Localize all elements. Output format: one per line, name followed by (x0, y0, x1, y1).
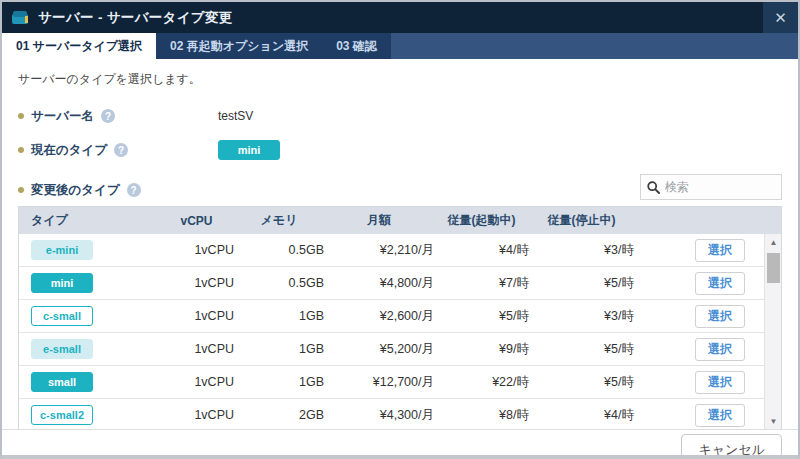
current-type-value: mini (218, 140, 280, 160)
header-monthly: 月額 (324, 212, 434, 229)
memory-cell: 0.5GB (234, 243, 324, 257)
cancel-button[interactable]: キャンセル (681, 434, 782, 459)
help-icon[interactable]: ? (101, 109, 115, 123)
bullet-icon (18, 187, 24, 193)
monthly-cell: ¥4,300/月 (324, 407, 434, 424)
server-type-table-body: e-mini 1vCPU 0.5GB ¥2,210/月 ¥4/時 ¥3/時 選択… (19, 234, 781, 429)
bullet-icon (18, 147, 24, 153)
hourly-running-cell: ¥5/時 (434, 308, 529, 325)
select-button[interactable]: 選択 (695, 239, 745, 262)
type-badge: c-small2 (31, 405, 93, 425)
bullet-icon (18, 113, 24, 119)
monthly-cell: ¥2,600/月 (324, 308, 434, 325)
search-box (640, 174, 782, 200)
monthly-cell: ¥5,200/月 (324, 341, 434, 358)
search-icon (647, 181, 660, 194)
help-icon[interactable]: ? (114, 143, 128, 157)
search-input[interactable] (665, 180, 775, 194)
hourly-stopped-cell: ¥3/時 (529, 308, 634, 325)
server-name-value: testSV (218, 109, 253, 123)
current-type-badge: mini (218, 140, 280, 160)
table-header-row: タイプ vCPU メモリ 月額 従量(起動中) 従量(停止中) (19, 207, 781, 234)
table-scrollbar[interactable]: ▲ ▼ (764, 234, 781, 429)
type-badge: e-small (31, 339, 93, 359)
hourly-running-cell: ¥22/時 (434, 374, 529, 391)
dialog-footer: キャンセル (2, 429, 798, 459)
hourly-stopped-cell: ¥5/時 (529, 275, 634, 292)
select-button[interactable]: 選択 (695, 305, 745, 328)
wizard-tabbar: 01 サーバータイプ選択 02 再起動オプション選択 03 確認 (2, 33, 798, 59)
hourly-stopped-cell: ¥5/時 (529, 374, 634, 391)
server-box-icon (12, 11, 31, 25)
select-button[interactable]: 選択 (695, 404, 745, 427)
table-row: e-mini 1vCPU 0.5GB ¥2,210/月 ¥4/時 ¥3/時 選択 (19, 234, 781, 267)
select-button[interactable]: 選択 (695, 371, 745, 394)
tab-server-type-select[interactable]: 01 サーバータイプ選択 (2, 33, 156, 59)
hourly-running-cell: ¥7/時 (434, 275, 529, 292)
vcpu-cell: 1vCPU (159, 375, 234, 389)
type-badge: e-mini (31, 240, 93, 260)
hourly-stopped-cell: ¥3/時 (529, 242, 634, 259)
type-badge: small (31, 372, 93, 392)
current-type-row: 現在のタイプ ? mini (18, 140, 782, 160)
monthly-cell: ¥4,800/月 (324, 275, 434, 292)
hourly-running-cell: ¥4/時 (434, 242, 529, 259)
server-type-change-dialog: サーバー - サーバータイプ変更 ✕ 01 サーバータイプ選択 02 再起動オプ… (0, 0, 800, 459)
header-type: タイプ (19, 212, 159, 229)
server-name-label: サーバー名 (31, 108, 94, 125)
current-type-label: 現在のタイプ (31, 142, 107, 159)
new-type-label: 変更後のタイプ (31, 182, 120, 199)
dialog-titlebar: サーバー - サーバータイプ変更 ✕ (2, 2, 798, 33)
intro-text: サーバーのタイプを選択します。 (18, 71, 782, 88)
hourly-stopped-cell: ¥4/時 (529, 407, 634, 424)
memory-cell: 0.5GB (234, 276, 324, 290)
memory-cell: 2GB (234, 408, 324, 422)
vcpu-cell: 1vCPU (159, 342, 234, 356)
memory-cell: 1GB (234, 375, 324, 389)
memory-cell: 1GB (234, 309, 324, 323)
memory-cell: 1GB (234, 342, 324, 356)
header-memory: メモリ (234, 212, 324, 229)
table-row: e-small 1vCPU 1GB ¥5,200/月 ¥9/時 ¥5/時 選択 (19, 333, 781, 366)
vcpu-cell: 1vCPU (159, 408, 234, 422)
monthly-cell: ¥2,210/月 (324, 242, 434, 259)
table-row: c-small 1vCPU 1GB ¥2,600/月 ¥5/時 ¥3/時 選択 (19, 300, 781, 333)
dialog-content: サーバーのタイプを選択します。 サーバー名 ? testSV 現在のタイプ ? … (2, 59, 798, 429)
tab-restart-option-select[interactable]: 02 再起動オプション選択 (156, 33, 322, 59)
select-button[interactable]: 選択 (695, 338, 745, 361)
vcpu-cell: 1vCPU (159, 243, 234, 257)
server-type-table: タイプ vCPU メモリ 月額 従量(起動中) 従量(停止中) e-mini 1… (18, 206, 782, 429)
server-name-row: サーバー名 ? testSV (18, 106, 782, 126)
table-row: c-small2 1vCPU 2GB ¥4,300/月 ¥8/時 ¥4/時 選択 (19, 399, 781, 429)
new-type-row: 変更後のタイプ ? (18, 174, 782, 200)
help-icon[interactable]: ? (127, 183, 141, 197)
vcpu-cell: 1vCPU (159, 309, 234, 323)
hourly-running-cell: ¥9/時 (434, 341, 529, 358)
dialog-title: サーバー - サーバータイプ変更 (38, 9, 233, 27)
type-badge: mini (31, 273, 93, 293)
vcpu-cell: 1vCPU (159, 276, 234, 290)
monthly-cell: ¥12,700/月 (324, 374, 434, 391)
header-hourly-running: 従量(起動中) (434, 212, 529, 229)
header-vcpu: vCPU (159, 214, 234, 228)
type-badge: c-small (31, 306, 93, 326)
hourly-running-cell: ¥8/時 (434, 407, 529, 424)
hourly-stopped-cell: ¥5/時 (529, 341, 634, 358)
close-icon[interactable]: ✕ (763, 2, 798, 33)
header-hourly-stopped: 従量(停止中) (529, 212, 634, 229)
select-button[interactable]: 選択 (695, 272, 745, 295)
tab-confirm[interactable]: 03 確認 (322, 33, 391, 59)
scroll-up-icon[interactable]: ▲ (765, 234, 782, 250)
scrollbar-thumb[interactable] (767, 253, 780, 283)
table-row: mini 1vCPU 0.5GB ¥4,800/月 ¥7/時 ¥5/時 選択 (19, 267, 781, 300)
scroll-down-icon[interactable]: ▼ (765, 413, 782, 429)
table-row: small 1vCPU 1GB ¥12,700/月 ¥22/時 ¥5/時 選択 (19, 366, 781, 399)
